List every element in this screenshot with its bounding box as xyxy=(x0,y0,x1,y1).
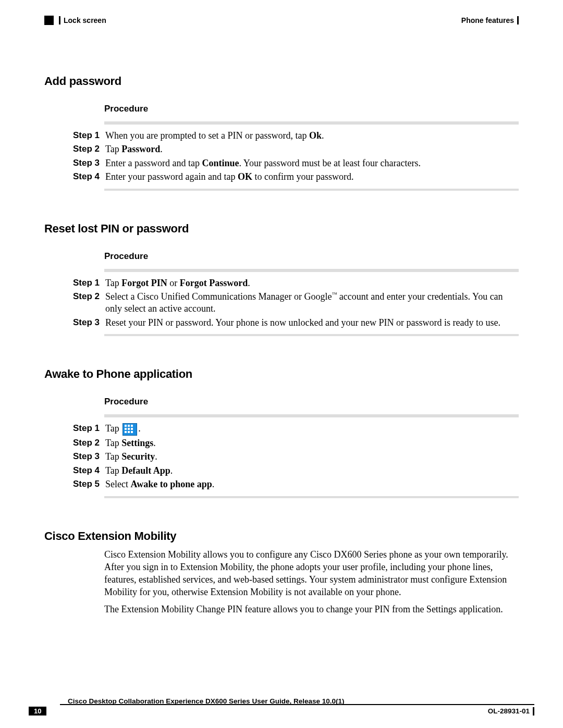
step-label: Step 3 xyxy=(73,451,105,462)
step-label: Step 4 xyxy=(73,465,105,476)
divider xyxy=(104,121,519,125)
step-text: Tap Password. xyxy=(105,143,519,155)
svg-rect-6 xyxy=(125,431,127,433)
divider xyxy=(104,189,519,191)
step-text: Tap Settings. xyxy=(105,437,519,449)
step-row: Step 3 Reset your PIN or password. Your … xyxy=(73,317,519,329)
steps-add-password: Step 1 When you are prompted to set a PI… xyxy=(73,130,519,183)
step-text: Tap Security. xyxy=(105,451,519,463)
footer-right: OL-28931-01 xyxy=(488,707,534,715)
step-text: Reset your PIN or password. Your phone i… xyxy=(105,317,519,329)
svg-rect-1 xyxy=(128,425,130,427)
svg-rect-7 xyxy=(128,431,130,433)
footer-doc-title: Cisco Desktop Collaboration Experience D… xyxy=(68,697,344,705)
step-label: Step 2 xyxy=(73,437,105,449)
step-label: Step 4 xyxy=(73,171,105,182)
step-row: Step 4 Enter your password again and tap… xyxy=(73,171,519,183)
step-row: Step 4 Tap Default App. xyxy=(73,465,519,477)
header-left: Lock screen xyxy=(44,16,106,25)
header-left-text: Lock screen xyxy=(64,16,106,24)
svg-rect-2 xyxy=(131,425,133,427)
heading-reset-pin: Reset lost PIN or password xyxy=(44,222,519,236)
divider xyxy=(104,334,519,336)
trademark-symbol: ™ xyxy=(332,291,337,297)
page-header: Lock screen Phone features xyxy=(44,16,519,25)
header-right-text: Phone features xyxy=(461,16,514,24)
svg-rect-8 xyxy=(131,431,133,433)
header-marker-square xyxy=(44,16,54,25)
step-label: Step 2 xyxy=(73,291,105,302)
step-text: Tap Default App. xyxy=(105,465,519,477)
step-text: Tap Forgot PIN or Forgot Password. xyxy=(105,277,519,289)
svg-rect-3 xyxy=(125,428,127,430)
footer-doc-id: OL-28931-01 xyxy=(488,707,530,715)
step-label: Step 2 xyxy=(73,143,105,155)
steps-reset-pin: Step 1 Tap Forgot PIN or Forgot Password… xyxy=(73,277,519,329)
heading-add-password: Add password xyxy=(44,75,519,88)
step-text: When you are prompted to set a PIN or pa… xyxy=(105,130,519,142)
apps-grid-icon xyxy=(123,423,137,436)
procedure-label: Procedure xyxy=(104,251,519,262)
svg-rect-0 xyxy=(125,425,127,427)
procedure-label: Procedure xyxy=(104,397,519,407)
body-para-1: Cisco Extension Mobility allows you to c… xyxy=(104,548,519,599)
body-para-2: The Extension Mobility Change PIN featur… xyxy=(104,603,519,615)
divider xyxy=(104,269,519,272)
step-text: Enter your password again and tap OK to … xyxy=(105,171,519,183)
page-number: 10 xyxy=(29,707,46,715)
step-text: Enter a password and tap Continue. Your … xyxy=(105,157,519,169)
step-row: Step 2 Tap Settings. xyxy=(73,437,519,449)
step-row: Step 5 Select Awake to phone app. xyxy=(73,478,519,490)
heading-awake: Awake to Phone application xyxy=(44,367,519,381)
step-label: Step 5 xyxy=(73,478,105,490)
step-label: Step 3 xyxy=(73,157,105,169)
footer-left: 10 xyxy=(29,707,53,715)
header-vbar-right xyxy=(517,16,519,24)
step-text: Select a Cisco Unified Communications Ma… xyxy=(105,291,519,315)
svg-rect-4 xyxy=(128,428,130,430)
step-label: Step 3 xyxy=(73,317,105,328)
step-row: Step 1 Tap . xyxy=(73,423,519,436)
procedure-label: Procedure xyxy=(104,104,519,114)
step-text: Select Awake to phone app. xyxy=(105,478,519,490)
step-row: Step 1 Tap Forgot PIN or Forgot Password… xyxy=(73,277,519,289)
step-row: Step 2 Tap Password. xyxy=(73,143,519,155)
divider xyxy=(104,414,519,417)
step-label: Step 1 xyxy=(73,130,105,141)
svg-rect-5 xyxy=(131,428,133,430)
steps-awake: Step 1 Tap . xyxy=(73,423,519,490)
footer-vbar xyxy=(533,707,534,715)
divider xyxy=(104,496,519,498)
step-row: Step 3 Enter a password and tap Continue… xyxy=(73,157,519,169)
heading-extension-mobility: Cisco Extension Mobility xyxy=(44,529,519,543)
step-label: Step 1 xyxy=(73,277,105,289)
step-text: Tap . xyxy=(105,423,519,436)
step-row: Step 3 Tap Security. xyxy=(73,451,519,463)
header-right: Phone features xyxy=(461,16,519,24)
page-footer: Cisco Desktop Collaboration Experience D… xyxy=(29,704,534,715)
step-label: Step 1 xyxy=(73,423,105,434)
step-row: Step 2 Select a Cisco Unified Communicat… xyxy=(73,291,519,315)
step-row: Step 1 When you are prompted to set a PI… xyxy=(73,130,519,142)
header-vbar-left xyxy=(59,16,60,24)
